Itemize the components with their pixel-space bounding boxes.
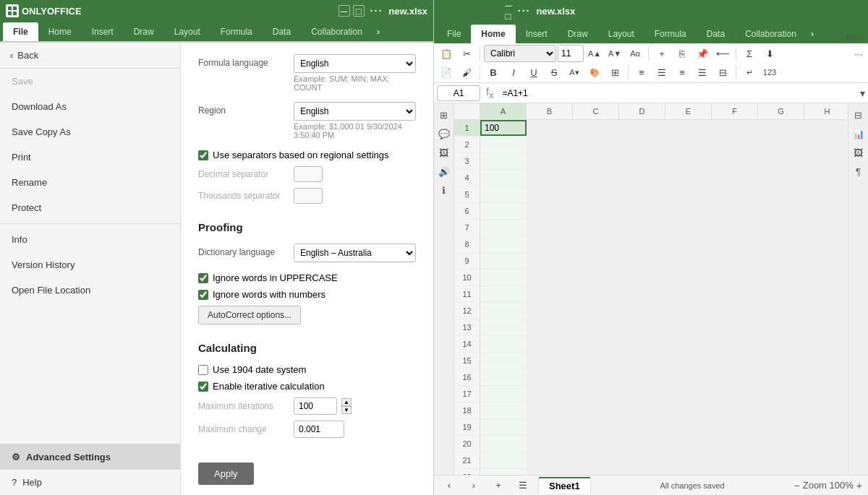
tab-layout-left[interactable]: Layout	[164, 22, 210, 41]
cell-G18[interactable]	[758, 403, 804, 418]
cell-H22[interactable]	[804, 469, 848, 475]
right-side-icon-3[interactable]: 🖼	[850, 144, 867, 161]
cell-G13[interactable]	[758, 319, 804, 335]
cut-btn[interactable]: ✂	[457, 45, 476, 62]
cell-ref-input[interactable]	[437, 85, 480, 101]
cell-H10[interactable]	[804, 270, 848, 285]
cell-A7[interactable]	[480, 220, 527, 236]
font-color-btn[interactable]: A▾	[565, 64, 584, 81]
ignore-numbers-checkbox[interactable]	[198, 290, 208, 300]
cell-F5[interactable]	[712, 186, 758, 202]
tab-file-right[interactable]: File	[437, 25, 471, 43]
cell-H1[interactable]	[804, 120, 848, 136]
cell-G4[interactable]	[758, 170, 804, 186]
cell-C14[interactable]	[573, 336, 619, 352]
cell-C6[interactable]	[573, 203, 619, 219]
cell-H5[interactable]	[804, 186, 848, 202]
cell-C8[interactable]	[573, 236, 619, 252]
cell-B2[interactable]	[527, 137, 573, 152]
row-num-13[interactable]: 13	[454, 319, 480, 335]
cell-G12[interactable]	[758, 303, 804, 319]
row-num-18[interactable]: 18	[454, 403, 480, 418]
cell-D21[interactable]	[619, 452, 665, 468]
row-num-17[interactable]: 17	[454, 386, 480, 402]
cell-H21[interactable]	[804, 452, 848, 468]
cell-D9[interactable]	[619, 253, 665, 269]
sidebar-item-info[interactable]: Info	[0, 227, 180, 252]
separators-checkbox[interactable]	[198, 150, 208, 160]
decimal-separator-input[interactable]	[294, 166, 323, 182]
cell-G15[interactable]	[758, 353, 804, 369]
cell-B11[interactable]	[527, 286, 573, 302]
tab-insert-right[interactable]: Insert	[516, 25, 558, 43]
cell-H2[interactable]	[804, 137, 848, 152]
cell-D10[interactable]	[619, 270, 665, 285]
cell-F16[interactable]	[712, 369, 758, 385]
row-num-9[interactable]: 9	[454, 253, 480, 269]
cell-B10[interactable]	[527, 270, 573, 285]
cell-B21[interactable]	[527, 452, 573, 468]
cell-G3[interactable]	[758, 153, 804, 169]
cell-B20[interactable]	[527, 436, 573, 452]
cell-E14[interactable]	[665, 336, 712, 352]
col-header-C[interactable]: C	[573, 103, 619, 119]
row-num-22[interactable]: 22	[454, 469, 480, 475]
sidebar-item-help[interactable]: ? Help	[0, 470, 180, 495]
number-format-btn[interactable]: 123	[760, 64, 779, 81]
cell-D20[interactable]	[619, 436, 665, 452]
cell-E21[interactable]	[665, 452, 712, 468]
minimize-btn[interactable]: ─	[339, 5, 350, 17]
cell-C22[interactable]	[573, 469, 619, 475]
right-side-icon-1[interactable]: ⊟	[850, 106, 867, 124]
tab-draw-left[interactable]: Draw	[124, 22, 164, 41]
cell-G11[interactable]	[758, 286, 804, 302]
cell-E18[interactable]	[665, 403, 712, 418]
row-num-10[interactable]: 10	[454, 270, 480, 285]
cell-E12[interactable]	[665, 303, 712, 319]
cell-A10[interactable]	[480, 270, 527, 285]
cell-A12[interactable]	[480, 303, 527, 319]
cell-A11[interactable]	[480, 286, 527, 302]
cell-G5[interactable]	[758, 186, 804, 202]
cell-H14[interactable]	[804, 336, 848, 352]
cell-E2[interactable]	[665, 137, 712, 152]
cell-D22[interactable]	[619, 469, 665, 475]
cell-E7[interactable]	[665, 220, 712, 236]
more-button[interactable]: ··· More	[843, 22, 865, 43]
cell-E16[interactable]	[665, 369, 712, 385]
cell-F10[interactable]	[712, 270, 758, 285]
ignore-uppercase-row[interactable]: Ignore words in UPPERCASE	[198, 272, 416, 283]
cell-H11[interactable]	[804, 286, 848, 302]
borders-btn[interactable]: ⊞	[605, 64, 624, 81]
sidebar-item-protect[interactable]: Protect	[0, 195, 180, 220]
wrap-text-btn[interactable]: ↵	[740, 64, 759, 81]
italic-btn[interactable]: I	[504, 64, 523, 81]
cell-E6[interactable]	[665, 203, 712, 219]
col-header-E[interactable]: E	[665, 103, 712, 119]
cell-G14[interactable]	[758, 336, 804, 352]
cell-C18[interactable]	[573, 403, 619, 418]
cell-F1[interactable]	[712, 120, 758, 136]
align-center-btn[interactable]: ☰	[652, 64, 671, 81]
cell-H13[interactable]	[804, 319, 848, 335]
cell-B4[interactable]	[527, 170, 573, 186]
cell-E8[interactable]	[665, 236, 712, 252]
ignore-numbers-row[interactable]: Ignore words with numbers	[198, 289, 416, 300]
next-sheet-btn[interactable]: ›	[464, 477, 483, 494]
left-side-icon-4[interactable]: 🔊	[435, 163, 453, 180]
cell-C20[interactable]	[573, 436, 619, 452]
separators-checkbox-row[interactable]: Use separators based on regional setting…	[198, 150, 416, 160]
tab-home-left[interactable]: Home	[38, 22, 82, 41]
cell-F3[interactable]	[712, 153, 758, 169]
cell-B7[interactable]	[527, 220, 573, 236]
cell-A19[interactable]	[480, 419, 527, 435]
cell-A17[interactable]	[480, 386, 527, 402]
row-num-20[interactable]: 20	[454, 436, 480, 452]
cell-A4[interactable]	[480, 170, 527, 186]
cell-B13[interactable]	[527, 319, 573, 335]
cell-C15[interactable]	[573, 353, 619, 369]
left-side-icon-3[interactable]: 🖼	[435, 144, 453, 161]
left-side-icon-1[interactable]: ⊞	[435, 106, 453, 124]
left-side-icon-2[interactable]: 💬	[435, 125, 453, 142]
row-num-21[interactable]: 21	[454, 452, 480, 468]
